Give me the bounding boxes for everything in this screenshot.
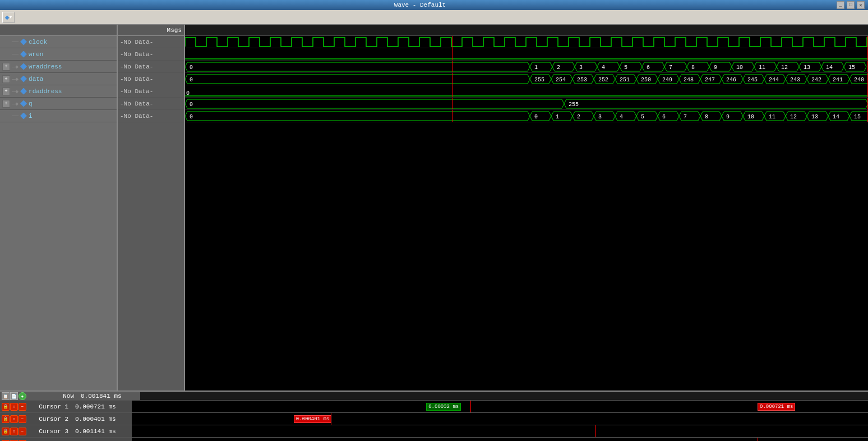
- cursor-icon-special[interactable]: −: [19, 403, 26, 411]
- svg-text:6: 6: [662, 114, 666, 120]
- mini-small-tick: [746, 392, 747, 392]
- svg-line-104: [842, 67, 844, 71]
- svg-line-225: [849, 75, 852, 79]
- svg-line-312: [700, 116, 703, 121]
- mini-small-tick: [113, 392, 113, 392]
- expand-button[interactable]: +: [2, 75, 10, 83]
- cursor-bar-line: [758, 438, 758, 441]
- cursor-time: 0.000721 ms: [73, 403, 132, 410]
- mini-small-tick: [851, 392, 851, 392]
- mini-small-tick: [521, 392, 521, 392]
- cursor-icons: 🔒○−: [0, 403, 31, 411]
- svg-line-16: [552, 67, 555, 71]
- svg-line-187: [741, 75, 743, 79]
- signal-msg-row: -No Data-: [118, 48, 184, 61]
- expand-button[interactable]: +: [2, 63, 10, 71]
- mini-small-tick: [581, 392, 582, 392]
- signal-name-row: +—◆q: [0, 98, 117, 110]
- cursor-icon-lock[interactable]: ○: [10, 403, 18, 411]
- cursor-icons: 🔒○−: [0, 428, 31, 435]
- mini-small-tick: [798, 392, 799, 392]
- svg-line-340: [786, 116, 788, 121]
- mini-small-tick: [35, 392, 35, 392]
- svg-line-360: [849, 112, 852, 116]
- svg-line-326: [743, 116, 745, 121]
- mini-small-tick: [434, 392, 435, 392]
- cursor-icon-special[interactable]: −: [19, 415, 26, 423]
- mini-tick: [113, 392, 113, 392]
- cursor-icon-lock[interactable]: ○: [10, 415, 18, 423]
- svg-text:4: 4: [620, 114, 623, 120]
- cursor1-line: [453, 85, 453, 97]
- expand-button[interactable]: +: [2, 88, 10, 95]
- toolbar-menu-button[interactable]: ◆▼: [2, 12, 15, 23]
- mini-small-tick: [17, 392, 18, 392]
- main-area: ——clock——wren+—◆wraddress+—◆data+—◆rdadd…: [0, 25, 868, 391]
- maximize-button[interactable]: □: [847, 1, 855, 9]
- close-button[interactable]: ✕: [857, 1, 865, 9]
- cursor-icon-lock[interactable]: 🔒: [2, 415, 10, 423]
- svg-line-354: [828, 116, 830, 121]
- svg-text:14: 14: [833, 114, 839, 120]
- cursor-icon-lock[interactable]: 🔒: [2, 403, 10, 411]
- cursor-icon-lock[interactable]: 🔒: [2, 428, 10, 435]
- svg-line-183: [722, 75, 724, 79]
- mini-small-tick: [634, 392, 634, 392]
- svg-line-226: [849, 79, 852, 84]
- mini-small-tick: [807, 392, 808, 392]
- svg-line-329: [762, 112, 764, 116]
- svg-line-242: [564, 104, 566, 108]
- signal-diamond-icon: [20, 88, 27, 95]
- svg-text:2: 2: [557, 65, 560, 71]
- svg-line-337: [783, 116, 786, 121]
- mini-small-tick: [860, 392, 860, 392]
- mini-small-tick: [260, 392, 261, 392]
- waveform-area[interactable]: 0123456789101112131415025525425325225125…: [185, 25, 868, 391]
- mini-small-tick: [721, 392, 721, 392]
- svg-line-333: [764, 116, 767, 121]
- cursor-icon-special[interactable]: −: [19, 428, 26, 435]
- svg-line-283: [615, 112, 617, 116]
- mini-small-tick: [460, 392, 460, 392]
- mini-small-tick: [729, 392, 730, 392]
- cursor1-line: [453, 98, 453, 109]
- mini-small-tick: [391, 392, 391, 392]
- svg-text:9: 9: [714, 65, 717, 71]
- minimize-button[interactable]: _: [837, 1, 844, 9]
- svg-line-195: [762, 79, 764, 84]
- svg-line-212: [807, 79, 809, 84]
- svg-line-19: [572, 62, 575, 67]
- svg-line-148: [615, 75, 617, 79]
- svg-line-47: [662, 62, 664, 67]
- signal-name-rows: ——clock——wren+—◆wraddress+—◆data+—◆rdadd…: [0, 36, 117, 122]
- svg-line-79: [754, 67, 756, 71]
- expand-button[interactable]: +: [2, 100, 10, 108]
- svg-text:12: 12: [790, 114, 797, 120]
- svg-text:242: 242: [811, 77, 821, 83]
- mini-small-tick: [781, 392, 782, 392]
- svg-line-93: [799, 67, 801, 71]
- now-icon1: 📋: [2, 392, 10, 400]
- cursor-row: 🔒○−Cursor 40.001841095 ms: [0, 438, 868, 441]
- signal-names-panel: ——clock——wren+—◆wraddress+—◆data+—◆rdadd…: [0, 25, 118, 391]
- svg-text:3: 3: [579, 65, 583, 71]
- svg-line-284: [615, 116, 617, 121]
- svg-line-176: [700, 75, 703, 79]
- now-icons: 📋 📄 ●: [0, 392, 34, 400]
- cursor-icon-lock[interactable]: ○: [10, 428, 18, 435]
- svg-text:8: 8: [691, 65, 695, 71]
- svg-text:255: 255: [534, 77, 544, 83]
- svg-text:253: 253: [577, 77, 587, 83]
- signal-msg-row: -No Data-: [118, 61, 184, 73]
- svg-line-287: [634, 112, 636, 116]
- mini-small-tick: [399, 392, 400, 392]
- mini-small-tick: [26, 392, 26, 392]
- mini-small-tick: [599, 392, 599, 392]
- waveform-row: 00123456789101112131415: [185, 110, 868, 122]
- signal-diamond-icon: [20, 76, 27, 82]
- svg-line-269: [572, 112, 575, 116]
- svg-line-57: [687, 62, 689, 67]
- mini-small-tick: [295, 392, 296, 392]
- svg-line-128: [551, 79, 553, 84]
- signal-label: data: [29, 76, 117, 82]
